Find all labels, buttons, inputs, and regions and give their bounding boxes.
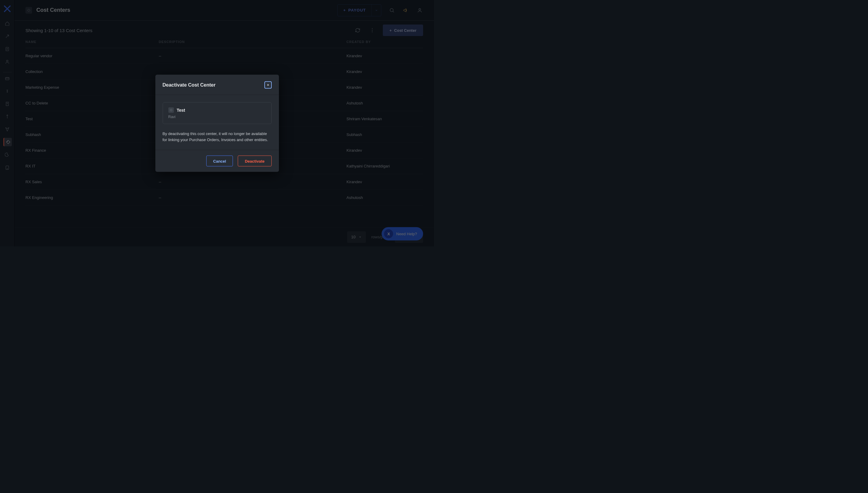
modal-warning-text: By deactivating this cost center, it wil… <box>162 131 272 143</box>
modal-header: Deactivate Cost Center <box>155 75 279 95</box>
cost-center-creator: Ravi <box>168 115 266 119</box>
cost-center-name: Test <box>177 108 186 113</box>
deactivate-modal: Deactivate Cost Center Test Ravi By deac… <box>155 75 279 172</box>
modal-footer: Cancel Deactivate <box>155 150 279 172</box>
deactivate-button[interactable]: Deactivate <box>238 156 272 167</box>
modal-title: Deactivate Cost Center <box>162 82 216 88</box>
tag-icon <box>168 107 174 113</box>
cancel-button[interactable]: Cancel <box>206 156 233 167</box>
close-icon[interactable] <box>264 82 272 89</box>
modal-body: Test Ravi By deactivating this cost cent… <box>155 95 279 150</box>
cost-center-card: Test Ravi <box>162 102 272 124</box>
